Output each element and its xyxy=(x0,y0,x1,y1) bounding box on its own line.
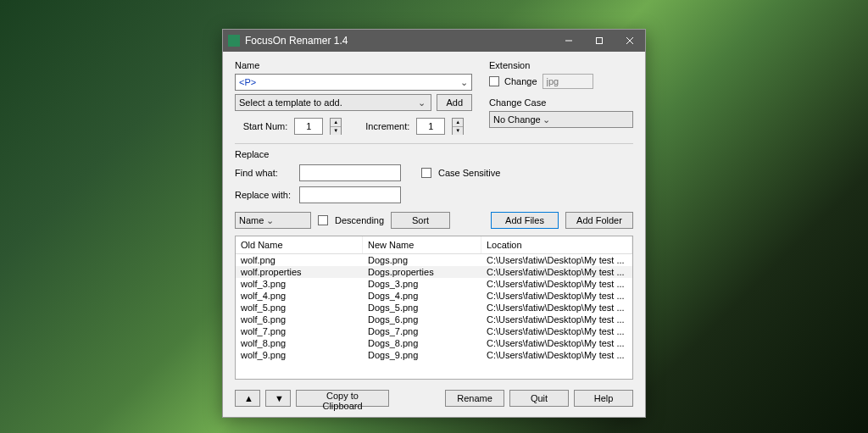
cell-loc: C:\Users\fatiw\Desktop\My test ... xyxy=(481,337,632,349)
table-row[interactable]: wolf.pngDogs.pngC:\Users\fatiw\Desktop\M… xyxy=(236,254,632,266)
case-sensitive-label: Case Sensitive xyxy=(438,168,500,178)
col-location[interactable]: Location xyxy=(481,236,632,253)
chevron-down-icon[interactable]: ⌄ xyxy=(458,77,470,88)
descending-label: Descending xyxy=(335,215,384,225)
change-case-value: No Change xyxy=(493,114,541,125)
template-placeholder: Select a template to add. xyxy=(239,97,415,108)
find-what-label: Find what: xyxy=(235,168,292,178)
chevron-down-icon: ⌄ xyxy=(541,114,553,125)
change-ext-label: Change xyxy=(504,76,537,86)
cell-new: Dogs_8.png xyxy=(363,337,481,349)
list-body: wolf.pngDogs.pngC:\Users\fatiw\Desktop\M… xyxy=(236,254,632,361)
chevron-down-icon: ⌄ xyxy=(415,97,427,108)
move-down-button[interactable]: ▼ xyxy=(265,390,291,407)
cell-new: Dogs.png xyxy=(363,254,481,266)
copy-clipboard-button[interactable]: Copy to Clipboard xyxy=(296,390,389,407)
table-row[interactable]: wolf_3.pngDogs_3.pngC:\Users\fatiw\Deskt… xyxy=(236,278,632,290)
cell-new: Dogs_4.png xyxy=(363,290,481,302)
cell-old: wolf_6.png xyxy=(236,314,363,325)
extension-label: Extension xyxy=(489,60,633,70)
app-window: FocusOn Renamer 1.4 Name <P> ⌄ Select a … xyxy=(222,29,646,418)
cell-old: wolf_5.png xyxy=(236,302,363,314)
minimize-button[interactable] xyxy=(554,30,584,52)
case-sensitive-checkbox[interactable] xyxy=(421,168,431,178)
cell-old: wolf.properties xyxy=(236,266,363,278)
quit-button[interactable]: Quit xyxy=(509,390,569,407)
sort-button[interactable]: Sort xyxy=(391,212,450,229)
col-old-name[interactable]: Old Name xyxy=(236,236,363,253)
cell-old: wolf.png xyxy=(236,254,363,266)
increment-spinner[interactable]: ▲▼ xyxy=(452,118,464,135)
cell-new: Dogs.properties xyxy=(363,266,481,278)
move-up-button[interactable]: ▲ xyxy=(235,390,260,407)
name-value: <P> xyxy=(239,77,458,87)
maximize-button[interactable] xyxy=(584,30,615,52)
sort-by-value: Name xyxy=(239,215,264,225)
increment-label: Increment: xyxy=(365,121,409,131)
add-folder-button[interactable]: Add Folder xyxy=(565,212,633,229)
cell-new: Dogs_6.png xyxy=(363,314,481,325)
sort-by-select[interactable]: Name ⌄ xyxy=(235,212,311,229)
cell-old: wolf_7.png xyxy=(236,325,363,337)
content-area: Name <P> ⌄ Select a template to add. ⌄ A… xyxy=(223,52,645,417)
add-files-button[interactable]: Add Files xyxy=(491,212,559,229)
table-row[interactable]: wolf_6.pngDogs_6.pngC:\Users\fatiw\Deskt… xyxy=(236,314,632,325)
titlebar[interactable]: FocusOn Renamer 1.4 xyxy=(223,30,645,52)
file-list[interactable]: Old Name New Name Location wolf.pngDogs.… xyxy=(235,236,633,380)
replace-with-input[interactable] xyxy=(299,186,401,203)
change-ext-checkbox[interactable] xyxy=(489,76,499,86)
cell-loc: C:\Users\fatiw\Desktop\My test ... xyxy=(481,325,632,337)
name-label: Name xyxy=(235,60,472,70)
cell-loc: C:\Users\fatiw\Desktop\My test ... xyxy=(481,290,632,302)
cell-old: wolf_8.png xyxy=(236,337,363,349)
table-row[interactable]: wolf_7.pngDogs_7.pngC:\Users\fatiw\Deskt… xyxy=(236,325,632,337)
start-num-spinner[interactable]: ▲▼ xyxy=(330,118,342,135)
add-template-button[interactable]: Add xyxy=(437,94,472,111)
cell-new: Dogs_5.png xyxy=(363,302,481,314)
change-case-select[interactable]: No Change ⌄ xyxy=(489,111,633,128)
cell-old: wolf_3.png xyxy=(236,278,363,290)
replace-label: Replace xyxy=(235,149,633,159)
table-row[interactable]: wolf_9.pngDogs_9.pngC:\Users\fatiw\Deskt… xyxy=(236,349,632,361)
col-new-name[interactable]: New Name xyxy=(363,236,481,253)
start-num-label: Start Num: xyxy=(243,121,288,131)
cell-loc: C:\Users\fatiw\Desktop\My test ... xyxy=(481,349,632,361)
cell-new: Dogs_7.png xyxy=(363,325,481,337)
cell-new: Dogs_3.png xyxy=(363,278,481,290)
table-row[interactable]: wolf.propertiesDogs.propertiesC:\Users\f… xyxy=(236,266,632,278)
table-row[interactable]: wolf_4.pngDogs_4.pngC:\Users\fatiw\Deskt… xyxy=(236,290,632,302)
window-controls xyxy=(554,30,645,52)
cell-loc: C:\Users\fatiw\Desktop\My test ... xyxy=(481,302,632,314)
cell-new: Dogs_9.png xyxy=(363,349,481,361)
app-icon xyxy=(228,35,240,47)
cell-loc: C:\Users\fatiw\Desktop\My test ... xyxy=(481,254,632,266)
start-num-input[interactable] xyxy=(294,118,323,135)
help-button[interactable]: Help xyxy=(574,390,633,407)
increment-input[interactable] xyxy=(416,118,445,135)
window-title: FocusOn Renamer 1.4 xyxy=(245,35,554,47)
list-header: Old Name New Name Location xyxy=(236,236,632,254)
svg-rect-1 xyxy=(597,38,603,44)
extension-input[interactable] xyxy=(542,74,593,89)
cell-loc: C:\Users\fatiw\Desktop\My test ... xyxy=(481,278,632,290)
separator xyxy=(235,143,633,144)
template-select[interactable]: Select a template to add. ⌄ xyxy=(235,94,431,111)
table-row[interactable]: wolf_8.pngDogs_8.pngC:\Users\fatiw\Deskt… xyxy=(236,337,632,349)
cell-old: wolf_4.png xyxy=(236,290,363,302)
table-row[interactable]: wolf_5.pngDogs_5.pngC:\Users\fatiw\Deskt… xyxy=(236,302,632,314)
close-button[interactable] xyxy=(615,30,645,52)
cell-loc: C:\Users\fatiw\Desktop\My test ... xyxy=(481,266,632,278)
find-what-input[interactable] xyxy=(299,164,401,181)
cell-loc: C:\Users\fatiw\Desktop\My test ... xyxy=(481,314,632,325)
replace-with-label: Replace with: xyxy=(235,190,292,200)
descending-checkbox[interactable] xyxy=(318,215,328,225)
chevron-down-icon: ⌄ xyxy=(264,215,275,226)
name-input[interactable]: <P> ⌄ xyxy=(235,74,472,91)
cell-old: wolf_9.png xyxy=(236,349,363,361)
change-case-label: Change Case xyxy=(489,97,633,108)
rename-button[interactable]: Rename xyxy=(445,390,504,407)
